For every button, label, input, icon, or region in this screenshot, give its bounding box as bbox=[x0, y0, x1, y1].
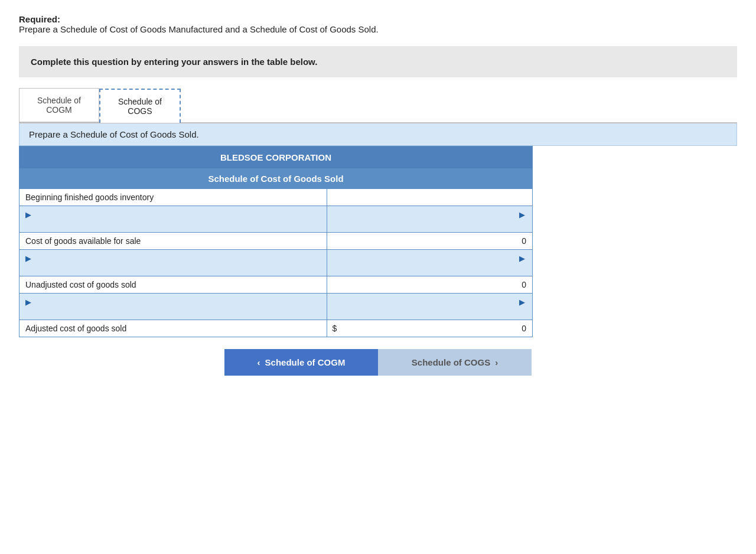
row-label-0: Beginning finished goods inventory bbox=[19, 189, 327, 206]
arrow-icon-3: ▶ bbox=[25, 254, 31, 263]
table-row: Cost of goods available for sale0 bbox=[19, 233, 533, 250]
tab-cogs-line1: Schedule of bbox=[118, 97, 162, 106]
value-input-0[interactable] bbox=[333, 193, 526, 202]
row-label-5[interactable]: ▶ bbox=[19, 294, 327, 320]
row-value-4: 0 bbox=[327, 276, 533, 294]
table-row: Adjusted cost of goods sold$0 bbox=[19, 320, 533, 337]
table-company-header: BLEDSOE CORPORATION bbox=[19, 146, 533, 169]
required-label: Required: bbox=[19, 14, 737, 24]
row-value-5[interactable]: ▶ bbox=[327, 294, 533, 320]
nav-next-button[interactable]: Schedule of COGS › bbox=[378, 349, 532, 376]
tab-cogm-line1: Schedule of bbox=[37, 96, 81, 105]
prev-arrow: ‹ bbox=[258, 357, 260, 367]
instruction-text: Complete this question by entering your … bbox=[31, 57, 317, 67]
tab-cogs-line2: COGS bbox=[128, 106, 152, 116]
row-label-2: Cost of goods available for sale bbox=[19, 233, 327, 250]
static-value-4: 0 bbox=[522, 280, 526, 289]
tab-cogm[interactable]: Schedule of COGM bbox=[19, 88, 99, 122]
row-label-1[interactable]: ▶ bbox=[19, 206, 327, 233]
row-value-3[interactable]: ▶ bbox=[327, 250, 533, 276]
tabs-container: Schedule of COGM Schedule of COGS bbox=[19, 88, 737, 123]
schedule-table-wrapper: BLEDSOE CORPORATION Schedule of Cost of … bbox=[19, 146, 533, 337]
label-input-5[interactable] bbox=[25, 307, 321, 316]
static-value-6: 0 bbox=[522, 324, 526, 333]
tab-cogm-line2: COGM bbox=[46, 105, 72, 115]
label-input-3[interactable] bbox=[25, 263, 321, 272]
tab-content-description: Prepare a Schedule of Cost of Goods Sold… bbox=[29, 129, 199, 139]
row-label-3[interactable]: ▶ bbox=[19, 250, 327, 276]
row-value-2: 0 bbox=[327, 233, 533, 250]
value-input-5[interactable] bbox=[333, 307, 526, 316]
table-row: ▶▶ bbox=[19, 206, 533, 233]
instruction-box: Complete this question by entering your … bbox=[19, 46, 737, 77]
prev-label: Schedule of COGM bbox=[265, 357, 346, 367]
label-input-1[interactable] bbox=[25, 219, 321, 229]
table-row: ▶▶ bbox=[19, 250, 533, 276]
nav-prev-button[interactable]: ‹ Schedule of COGM bbox=[224, 349, 378, 376]
arrow-icon-1: ▶ bbox=[25, 210, 31, 219]
table-title-header: Schedule of Cost of Goods Sold bbox=[19, 169, 533, 189]
arrow-value-icon-1: ▶ bbox=[519, 210, 525, 219]
row-label-6: Adjusted cost of goods sold bbox=[19, 320, 327, 337]
table-row: Unadjusted cost of goods sold0 bbox=[19, 276, 533, 294]
next-arrow: › bbox=[495, 357, 498, 367]
arrow-value-icon-3: ▶ bbox=[519, 254, 525, 263]
arrow-value-icon-5: ▶ bbox=[519, 298, 525, 307]
arrow-icon-5: ▶ bbox=[25, 298, 31, 307]
required-section: Required: Prepare a Schedule of Cost of … bbox=[19, 14, 737, 34]
tab-content-header: Prepare a Schedule of Cost of Goods Sold… bbox=[19, 123, 737, 146]
row-value-6: $0 bbox=[327, 320, 533, 337]
value-input-3[interactable] bbox=[333, 263, 526, 272]
row-label-4: Unadjusted cost of goods sold bbox=[19, 276, 327, 294]
row-value-0[interactable] bbox=[327, 189, 533, 206]
schedule-table: BLEDSOE CORPORATION Schedule of Cost of … bbox=[19, 146, 533, 337]
required-description: Prepare a Schedule of Cost of Goods Manu… bbox=[19, 24, 737, 34]
value-input-1[interactable] bbox=[333, 219, 526, 229]
nav-buttons: ‹ Schedule of COGM Schedule of COGS › bbox=[19, 349, 737, 376]
next-label: Schedule of COGS bbox=[412, 357, 490, 367]
row-value-1[interactable]: ▶ bbox=[327, 206, 533, 233]
table-row: Beginning finished goods inventory bbox=[19, 189, 533, 206]
dollar-sign-6: $ bbox=[332, 324, 337, 333]
tab-cogs[interactable]: Schedule of COGS bbox=[99, 89, 181, 123]
table-row: ▶▶ bbox=[19, 294, 533, 320]
static-value-2: 0 bbox=[522, 236, 526, 246]
